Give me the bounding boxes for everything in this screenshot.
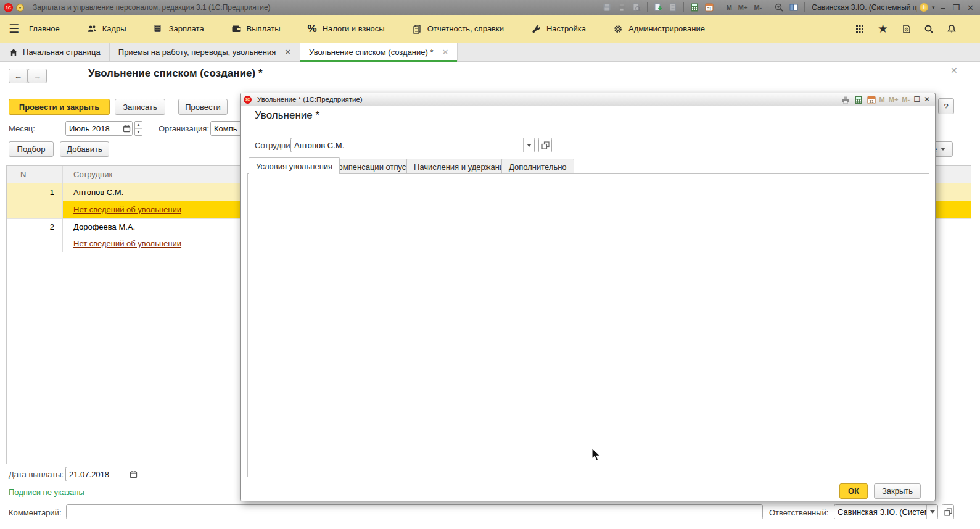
calendar-icon[interactable] — [703, 2, 715, 13]
calendar-icon[interactable] — [128, 467, 139, 481]
tab-dismissal-list[interactable]: Увольнение списком (создание) * ✕ — [300, 43, 458, 61]
menu-item-reports[interactable]: Отчетность, справки — [412, 24, 504, 34]
signatures-link[interactable]: Подписи не указаны — [9, 488, 84, 497]
calendar-icon[interactable] — [867, 95, 876, 104]
calculator-icon — [154, 24, 163, 34]
open-form-icon — [539, 138, 551, 152]
favorites-star-icon[interactable]: ★ — [878, 22, 888, 36]
open-windows-tabbar: Начальная страница Приемы на работу, пер… — [0, 43, 980, 62]
no-dismissal-info-link[interactable]: Нет сведений об увольнении — [73, 239, 181, 248]
zoom-icon[interactable] — [773, 2, 785, 13]
memory-subtract-button[interactable]: M- — [752, 4, 764, 11]
column-header-n[interactable]: N — [7, 170, 62, 179]
menu-item-main[interactable]: Главное — [29, 24, 60, 33]
post-and-close-button[interactable]: Провести и закрыть — [9, 99, 110, 115]
1c-logo-icon: 1С — [244, 96, 252, 104]
load-document-icon[interactable] — [652, 2, 664, 13]
back-button[interactable]: ← — [9, 69, 28, 83]
write-button[interactable]: Записать — [115, 99, 165, 115]
tab-home[interactable]: Начальная страница — [0, 43, 110, 61]
pay-date-field[interactable]: 21.07.2018 — [65, 467, 139, 481]
main-menubar: ☰ Главное Кадры Зарплата Выплаты %Налоги… — [0, 15, 980, 43]
page-title: Увольнение списком (создание) * — [88, 67, 263, 80]
print-icon[interactable] — [841, 95, 850, 104]
menu-item-settings[interactable]: Настройка — [531, 24, 586, 34]
pay-date-label: Дата выплаты: — [9, 470, 64, 479]
forward-button[interactable]: → — [28, 69, 47, 83]
add-button[interactable]: Добавить — [60, 141, 109, 157]
maximize-button[interactable]: ☐ — [913, 95, 920, 104]
wallet-icon — [231, 24, 241, 33]
divider — [683, 2, 684, 12]
close-button[interactable]: ✕ — [965, 3, 976, 12]
menu-item-staff[interactable]: Кадры — [87, 24, 126, 33]
dialog-window-title: Увольнение * (1С:Предприятие) — [257, 96, 363, 103]
app-window: 1С ▼ Зарплата и управление персоналом, р… — [0, 0, 980, 529]
close-tab-icon[interactable]: ✕ — [442, 48, 449, 57]
minimize-button[interactable]: – — [938, 3, 947, 12]
tab-additional[interactable]: Дополнительно — [501, 159, 574, 174]
calendar-icon[interactable] — [121, 122, 132, 135]
document-icon[interactable] — [667, 2, 679, 13]
info-dropdown-icon[interactable]: ▼ — [931, 5, 936, 10]
1c-logo-icon: 1С — [4, 3, 13, 12]
print-icon[interactable] — [616, 2, 628, 13]
month-field[interactable]: Июль 2018 — [65, 121, 133, 136]
divider — [804, 2, 805, 12]
close-dialog-button[interactable]: ✕ — [924, 95, 930, 104]
page-close-icon[interactable]: ✕ — [950, 65, 958, 75]
save-icon[interactable] — [601, 2, 613, 13]
chevron-down-icon — [941, 148, 945, 151]
menu-item-administration[interactable]: Администрирование — [613, 24, 705, 34]
split-view-icon[interactable] — [788, 2, 800, 13]
memory-subtract-button[interactable]: M- — [902, 96, 910, 103]
current-user[interactable]: Савинская З.Ю. (Системный прог... — [809, 3, 917, 12]
memory-recall-button[interactable]: M — [879, 96, 885, 103]
pick-button[interactable]: Подбор — [9, 141, 54, 157]
menu-item-taxes[interactable]: %Налоги и взносы — [308, 23, 385, 35]
all-functions-grid-icon[interactable] — [855, 24, 865, 34]
print-preview-icon[interactable] — [630, 2, 643, 13]
comment-input[interactable] — [66, 504, 763, 519]
month-stepper[interactable]: ▲▼ — [134, 121, 142, 136]
calculator-icon[interactable] — [688, 2, 701, 13]
hamburger-menu-icon[interactable]: ☰ — [9, 22, 19, 36]
employee-label: Сотрудник: — [255, 141, 296, 150]
memory-add-button[interactable]: M+ — [889, 96, 899, 103]
chevron-down-icon[interactable] — [926, 505, 937, 519]
search-icon[interactable] — [924, 24, 934, 34]
responsible-open-button[interactable] — [942, 504, 954, 519]
chevron-down-icon[interactable] — [523, 138, 534, 152]
main-menu-dropdown-icon[interactable]: ▼ — [16, 4, 24, 12]
tab-dismissal-conditions[interactable]: Условия увольнения — [249, 157, 340, 174]
menu-item-salary[interactable]: Зарплата — [154, 24, 204, 34]
notifications-bell-icon[interactable] — [947, 24, 957, 34]
restore-button[interactable]: ❐ — [950, 3, 962, 12]
comment-label: Комментарий: — [9, 508, 62, 517]
documents-icon — [412, 24, 422, 34]
history-icon[interactable] — [901, 24, 911, 34]
employee-open-button[interactable] — [538, 138, 552, 152]
post-button[interactable]: Провести — [178, 99, 228, 115]
organization-label: Организация: — [159, 124, 209, 133]
wrench-icon — [531, 24, 541, 34]
info-icon[interactable]: i — [920, 3, 928, 12]
divider — [647, 2, 648, 12]
calculator-icon[interactable] — [854, 95, 863, 104]
employee-field[interactable]: Антонов С.М. — [290, 138, 535, 152]
open-form-icon — [942, 505, 953, 519]
ok-button[interactable]: ОК — [839, 483, 868, 499]
people-icon — [87, 24, 97, 33]
window-titlebar: 1С ▼ Зарплата и управление персоналом, р… — [0, 0, 980, 15]
dialog-titlebar[interactable]: 1С Увольнение * (1С:Предприятие) M M+ M-… — [241, 93, 935, 106]
menu-item-payments[interactable]: Выплаты — [231, 24, 281, 33]
memory-recall-button[interactable]: M — [725, 4, 734, 11]
memory-add-button[interactable]: M+ — [736, 4, 750, 11]
tab-accruals-deductions[interactable]: Начисления и удержания — [406, 159, 516, 174]
responsible-field[interactable]: Савинская З.Ю. (Системн — [834, 504, 938, 519]
no-dismissal-info-link[interactable]: Нет сведений об увольнении — [73, 205, 181, 214]
help-button[interactable]: ? — [938, 98, 954, 114]
tab-hiring-transfers-dismissals[interactable]: Приемы на работу, переводы, увольнения ✕ — [110, 43, 300, 61]
close-button[interactable]: Закрыть — [874, 483, 921, 499]
close-tab-icon[interactable]: ✕ — [284, 48, 291, 57]
